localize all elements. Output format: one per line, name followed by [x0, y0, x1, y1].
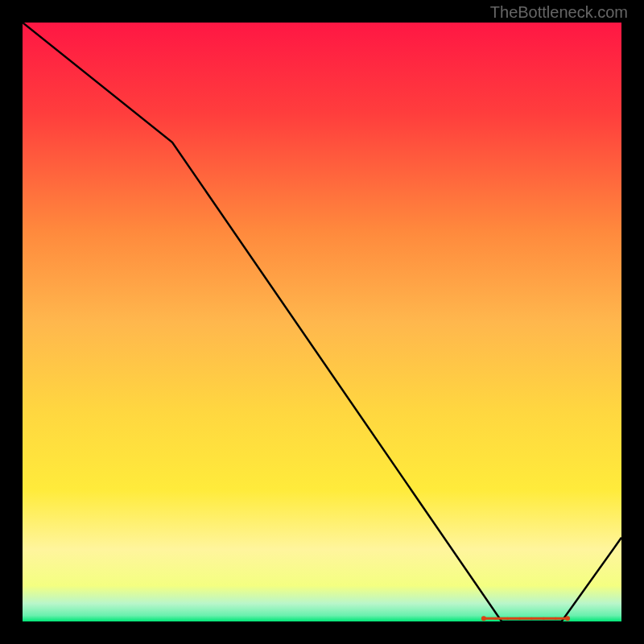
watermark-text: TheBottleneck.com — [490, 3, 628, 22]
chart-line — [23, 23, 621, 621]
chart-area — [23, 23, 621, 621]
